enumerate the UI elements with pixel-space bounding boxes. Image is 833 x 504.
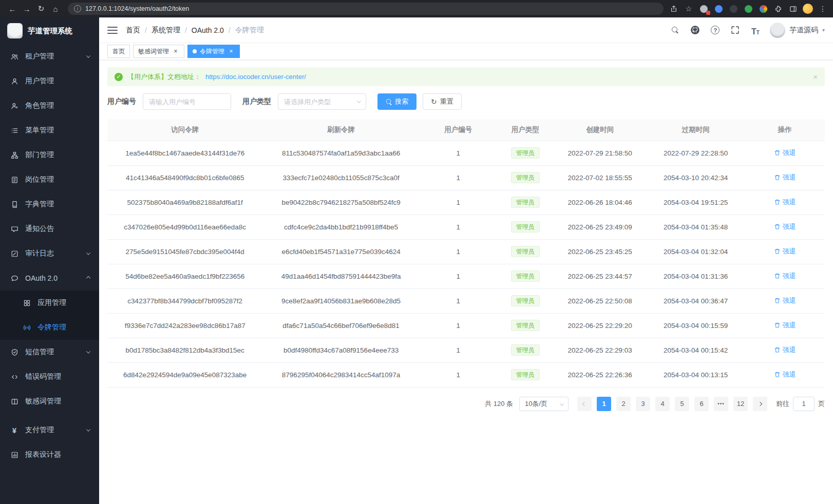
user-type-label: 用户类型 [242,97,271,106]
tab-sensitive-word[interactable]: 敏感词管理 × [133,45,184,58]
force-logout-button[interactable]: 强退 [774,198,796,207]
breadcrumb-oauth2[interactable]: OAuth 2.0 [192,26,224,34]
user-type-badge: 管理员 [511,147,540,159]
sidebar-item-sms[interactable]: 短信管理 [0,340,99,364]
force-logout-button[interactable]: 强退 [774,222,796,231]
search-icon[interactable] [670,25,681,36]
hamburger-icon[interactable] [107,27,118,34]
breadcrumb-system[interactable]: 系统管理 [152,26,180,35]
user-type-select-input[interactable] [278,93,366,110]
force-logout-button[interactable]: 强退 [774,370,796,379]
browser-avatar[interactable] [803,4,813,14]
sidebar-item-dept[interactable]: 部门管理 [0,143,99,167]
help-icon[interactable]: ? [710,25,721,36]
table-row: 41c41346a548490f9dc8b01c6bfe0865 333ecfc… [107,165,825,190]
audit-log-icon [10,249,18,258]
page-button-4[interactable]: 4 [655,397,670,411]
sidebar-item-tenant[interactable]: 租户管理 [0,44,99,69]
user-type-badge: 管理员 [511,197,540,208]
extension-four-icon[interactable] [743,4,753,14]
goto-label: 前往 [776,399,789,409]
breadcrumb-separator: / [229,26,231,34]
next-page-button[interactable] [753,397,767,411]
page-button-12[interactable]: 12 [733,397,748,411]
announcement-icon [10,225,18,233]
browser-menu-icon[interactable]: ⋮ [818,4,828,14]
extension-two-icon[interactable] [713,4,724,14]
browser-home-icon[interactable]: ⌂ [48,2,63,16]
expire-time-cell: 2054-03-04 19:51:25 [647,190,745,215]
page-button-3[interactable]: 3 [636,397,650,411]
page-button-2[interactable]: 2 [616,397,631,411]
refresh-token-cell: 49d1aa46d1454fbd87591444423be9fa [262,264,419,288]
access-token-cell: 54d6be82ee5a460a9aedc1f9bf223656 [107,264,262,288]
extension-three-icon[interactable] [728,4,739,14]
tab-home[interactable]: 首页 [107,45,130,58]
force-logout-button[interactable]: 强退 [774,173,796,182]
close-icon[interactable]: × [172,48,179,55]
user-type-select[interactable] [278,93,366,110]
user-id-input[interactable] [143,93,231,110]
close-icon[interactable]: × [813,72,818,81]
app-logo[interactable]: 芋道管理系统 [0,17,99,44]
close-icon[interactable]: × [228,48,235,55]
page-button-6[interactable]: 6 [694,397,709,411]
goto-page-input[interactable] [793,397,815,411]
user-name: 芋道源码 [789,26,818,35]
page-button-5[interactable]: 5 [675,397,689,411]
sidebar-item-oauth2[interactable]: OAuth 2.0 [0,266,99,290]
more-pages-button[interactable]: ••• [714,397,728,411]
user-id-cell: 1 [420,288,497,313]
sidebar-item-error-code[interactable]: 错误码管理 [0,364,99,389]
font-size-icon[interactable]: TT [750,25,761,36]
sidebar-item-user[interactable]: 用户管理 [0,69,99,93]
user-type-badge: 管理员 [511,369,540,380]
sidebar-item-post[interactable]: 岗位管理 [0,167,99,192]
sidebar-item-report-designer[interactable]: 报表设计器 [0,442,99,467]
prev-page-button[interactable] [577,397,592,411]
force-logout-button[interactable]: 强退 [774,148,796,158]
bookmark-star-icon[interactable]: ☆ [684,4,694,14]
sidebar-item-menu[interactable]: 菜单管理 [0,118,99,143]
search-button[interactable]: 搜索 [377,93,416,110]
breadcrumb-home[interactable]: 首页 [126,26,140,35]
page-button-1[interactable]: 1 [597,397,611,411]
address-bar[interactable]: i 127.0.0.1:1024/system/oauth2/token [68,3,664,15]
site-info-icon[interactable]: i [74,5,81,12]
pagination: 共 120 条 10条/页 1 2 3 4 5 6 ••• 12 前往 页 [107,397,825,411]
user-menu[interactable]: 芋道源码 ▾ [770,23,825,38]
user-avatar [770,23,785,38]
sidebar-item-label: 应用管理 [37,298,91,307]
expire-time-cell: 2054-03-04 00:36:47 [647,288,745,313]
extension-one-icon[interactable] [698,4,709,14]
browser-forward-icon[interactable]: → [20,2,34,16]
sidebar-item-role[interactable]: 角色管理 [0,93,99,118]
browser-back-icon[interactable]: ← [5,2,20,16]
breadcrumb-separator: / [145,26,147,34]
extension-badge [706,11,710,15]
tab-token[interactable]: 令牌管理 × [187,45,240,58]
force-logout-button[interactable]: 强退 [774,345,796,355]
fullscreen-icon[interactable] [730,25,741,36]
sidebar-item-notice[interactable]: 通知公告 [0,217,99,241]
sidebar-item-oauth2-token[interactable]: 令牌管理 [0,315,99,340]
browser-reload-icon[interactable]: ↻ [34,2,48,16]
split-view-icon[interactable] [788,4,798,14]
sidebar-item-label: 字典管理 [25,200,91,209]
doc-link[interactable]: https://doc.iocoder.cn/user-center/ [205,73,306,81]
share-icon[interactable] [669,4,679,14]
page-size-select[interactable]: 10条/页 [519,397,569,411]
reset-button[interactable]: ↻ 重置 [423,93,462,110]
force-logout-button[interactable]: 强退 [774,296,796,305]
sidebar-item-payment[interactable]: ¥ 支付管理 [0,418,99,442]
puzzle-icon[interactable] [773,4,783,14]
force-logout-button[interactable]: 强退 [774,272,796,281]
sidebar-item-oauth2-app[interactable]: 应用管理 [0,290,99,315]
sidebar-item-sensitive-word[interactable]: 敏感词管理 [0,389,99,414]
sidebar-item-dict[interactable]: 字典管理 [0,192,99,217]
force-logout-button[interactable]: 强退 [774,321,796,330]
extension-five-icon[interactable] [758,4,768,14]
sidebar-item-audit-log[interactable]: 审计日志 [0,241,99,266]
force-logout-button[interactable]: 强退 [774,247,796,256]
github-icon[interactable] [690,25,701,36]
